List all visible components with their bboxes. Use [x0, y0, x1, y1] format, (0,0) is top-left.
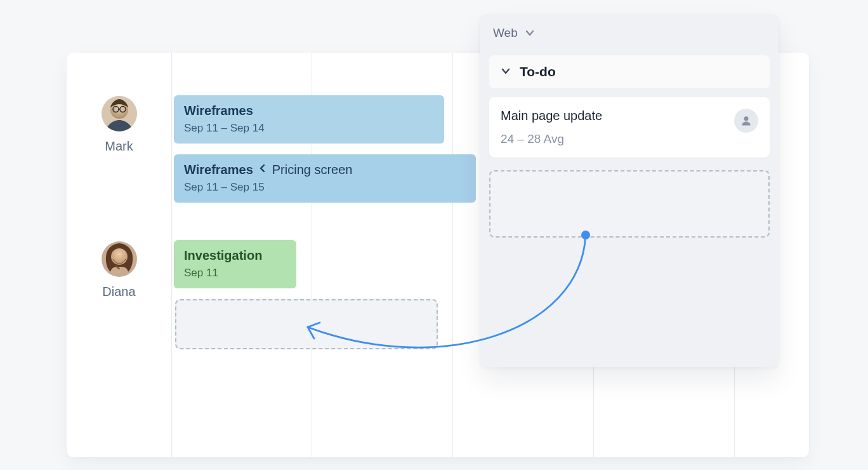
chevron-down-icon: [524, 27, 536, 39]
task-title: Investigation: [184, 248, 286, 263]
person-row: Diana: [67, 241, 171, 299]
task-bar[interactable]: Investigation Sep 11: [174, 240, 296, 288]
todo-card-body: Main page update 24 – 28 Avg: [501, 109, 602, 146]
task-title: Wireframes Pricing screen: [184, 162, 466, 177]
timeline-drop-zone[interactable]: [175, 299, 438, 349]
task-date-range: Sep 11 – Sep 15: [184, 181, 466, 194]
person-icon: [740, 114, 753, 127]
task-date-range: Sep 11 – Sep 14: [184, 122, 434, 135]
chevron-left-icon: [260, 163, 266, 175]
todo-card-date: 24 – 28 Avg: [501, 132, 602, 146]
person-row: Mark: [67, 96, 171, 154]
task-title: Wireframes: [184, 103, 434, 118]
task-date-range: Sep 11: [184, 267, 286, 279]
person-name: Diana: [67, 285, 171, 299]
task-title-text: Wireframes: [184, 162, 253, 177]
svg-point-7: [744, 116, 749, 121]
panel-header-label: Web: [493, 26, 518, 40]
todo-side-panel: Web To-do Main page update 24 – 28 Avg: [480, 15, 779, 367]
todo-card-title: Main page update: [501, 109, 602, 123]
svg-point-6: [111, 248, 128, 265]
todo-section-title: To-do: [520, 64, 556, 79]
avatar: [102, 96, 137, 131]
task-bar[interactable]: Wireframes Pricing screen Sep 11 – Sep 1…: [174, 154, 476, 203]
task-bar[interactable]: Wireframes Sep 11 – Sep 14: [174, 95, 444, 144]
panel-header[interactable]: Web: [480, 15, 779, 49]
person-avatar-icon: [102, 96, 137, 131]
avatar: [102, 241, 137, 277]
person-name: Mark: [67, 139, 171, 154]
parent-task-name: Pricing screen: [272, 162, 353, 177]
chevron-down-icon: [501, 66, 511, 77]
person-avatar-icon: [102, 241, 137, 277]
card-drop-zone[interactable]: [489, 170, 770, 238]
assignee-button[interactable]: [734, 109, 758, 133]
todo-section-header[interactable]: To-do: [489, 55, 770, 88]
todo-card[interactable]: Main page update 24 – 28 Avg: [489, 97, 770, 158]
